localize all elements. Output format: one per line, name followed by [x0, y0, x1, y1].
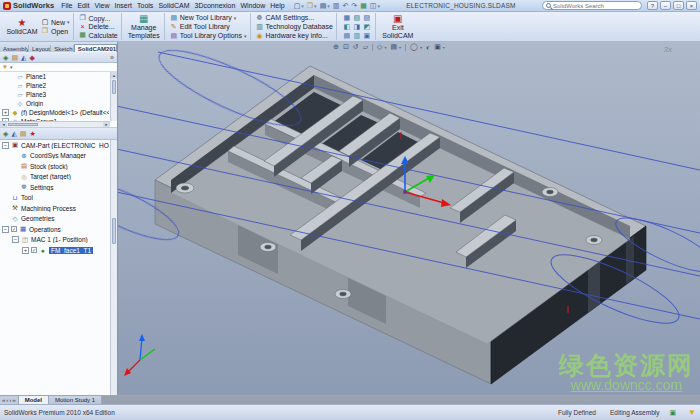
tab-motion-study[interactable]: Motion Study 1	[49, 396, 102, 404]
calculate-button[interactable]: ▦Calculate	[79, 31, 118, 39]
tree-item-target[interactable]: ◎ Target (target)	[0, 172, 109, 183]
filter-icon[interactable]: ▼	[2, 64, 8, 70]
new-tool-library-button[interactable]: ▤New Tool Library▾	[170, 14, 247, 22]
tree-item-tool[interactable]: ⊔ Tool	[0, 193, 109, 204]
minimize-button[interactable]: −	[660, 1, 671, 10]
expand-icon[interactable]: +	[2, 109, 9, 116]
feature-tree-vertical-scrollbar[interactable]: ▲	[110, 72, 117, 121]
propertymanager-icon[interactable]: ▤	[11, 53, 18, 62]
status-expand-arrow-icon[interactable]: ▼	[688, 408, 696, 417]
rebuild-icon[interactable]: ▦	[360, 2, 367, 10]
tab-assembly[interactable]: Assembly	[0, 45, 29, 52]
tool-library-options-button[interactable]: ▤Tool Library Options▾	[170, 32, 247, 40]
collapse-icon[interactable]: −	[2, 226, 9, 233]
delete-button[interactable]: ×Delete...	[79, 23, 118, 30]
first-tab-icon[interactable]: «	[2, 396, 5, 404]
cam-grid-icon-5[interactable]: ◨	[352, 22, 362, 31]
save-icon[interactable]: ▤▾	[320, 2, 330, 10]
cam-grid-icon-6[interactable]: ◩	[362, 22, 372, 31]
expand-icon[interactable]: +	[22, 247, 29, 254]
3d-model-electronic-housing[interactable]	[118, 42, 700, 395]
cam-grid-icon-1[interactable]: ▦	[342, 13, 352, 22]
menu-window[interactable]: Window	[240, 2, 265, 9]
tree-item-plane2[interactable]: ▱ Plane2	[0, 81, 109, 90]
menu-help[interactable]: Help	[270, 2, 284, 9]
panel-chevron-icon[interactable]: »	[110, 53, 114, 62]
solidcam-config-icon[interactable]: ▤	[20, 129, 27, 138]
collapse-icon[interactable]: −	[12, 236, 19, 243]
dimxpertmanager-icon[interactable]: ◆	[29, 53, 34, 62]
undo-icon[interactable]: ↶	[342, 2, 348, 10]
solidcam-manager-icon[interactable]: ◈	[3, 129, 8, 138]
options-icon[interactable]: ◫▾	[370, 2, 380, 10]
new-document-icon[interactable]: ▢▾	[294, 2, 304, 10]
menu-file[interactable]: File	[61, 2, 72, 9]
tree-item-settings[interactable]: ☸ Settings	[0, 182, 109, 193]
tree-item-cam-part[interactable]: − ▣ CAM-Part (ELECTRONIC_HOUSING)	[0, 140, 109, 151]
cam-grid-icon-9[interactable]: ▣	[362, 31, 372, 40]
solidworks-window: SolidWorks File Edit View Insert Tools S…	[0, 0, 700, 420]
solidcam-views-icon[interactable]: ◭	[11, 129, 16, 138]
tree-item-designmodel[interactable]: + ◆ (f) DesignModel<1> (Default<<Default…	[0, 108, 109, 117]
cam-settings-icon: ☸	[256, 14, 264, 22]
tree-item-geometries[interactable]: ◇ Geometries	[0, 214, 109, 225]
copy-button[interactable]: ❐Copy...	[79, 14, 118, 22]
tree-item-operation-selected[interactable]: + ✓ ● FM_face1_T1	[0, 245, 109, 256]
featuremanager-tree-icon[interactable]: ◈	[3, 53, 8, 62]
cam-tree-vertical-scrollbar[interactable]	[110, 140, 117, 395]
last-tab-icon[interactable]: »	[12, 396, 15, 404]
tree-item-machining-process[interactable]: ⚒ Machining Process	[0, 203, 109, 214]
manage-templates-button[interactable]: ▦ Manage Templates	[127, 14, 161, 39]
open-icon[interactable]: ❐▾	[307, 2, 317, 10]
cam-grid-icon-2[interactable]: ▧	[352, 13, 362, 22]
tree-item-stock[interactable]: ▤ Stock (stock)	[0, 161, 109, 172]
redo-icon[interactable]: ↷	[351, 2, 357, 10]
solidcam-button[interactable]: ★ SolidCAM	[5, 18, 39, 35]
feature-tree-horizontal-scrollbar[interactable]: ◄►	[0, 121, 110, 127]
cam-grid-icon-8[interactable]: ▥	[352, 31, 362, 40]
help-button[interactable]: ?	[647, 1, 658, 10]
checkbox-checked[interactable]: ✓	[11, 226, 17, 232]
tab-solidcam2010[interactable]: SolidCAM2010	[74, 44, 117, 52]
cam-grid-icon-4[interactable]: ◧	[342, 22, 352, 31]
checkbox-checked[interactable]: ✓	[31, 247, 37, 253]
search-input[interactable]	[553, 3, 638, 9]
collapse-icon[interactable]: −	[2, 142, 9, 149]
solidcam-tab-icon[interactable]: ★	[29, 129, 35, 138]
menu-edit[interactable]: Edit	[77, 2, 89, 9]
tab-layout[interactable]: Layout	[29, 45, 51, 52]
graphics-viewport[interactable]: ⊕ ⊡ ↺ ▱ ◇▾ ▤▾ ◯▾ ◐ ▣▾ 3x	[118, 42, 700, 395]
close-button[interactable]: ×	[686, 1, 697, 10]
hardware-key-info-button[interactable]: ◉Hardware key info...	[256, 32, 333, 40]
menu-solidcam[interactable]: SolidCAM	[158, 2, 189, 9]
tree-item-plane3[interactable]: ▱ Plane3	[0, 90, 109, 99]
edit-tool-library-button[interactable]: ✎Edit Tool Library	[170, 23, 247, 31]
tab-sketch[interactable]: Sketch	[51, 45, 74, 52]
menu-tools[interactable]: Tools	[137, 2, 153, 9]
next-tab-icon[interactable]: ›	[9, 396, 11, 404]
tree-item-plane1[interactable]: ▱ Plane1	[0, 72, 109, 81]
filter-caret-icon[interactable]: ▾	[10, 64, 13, 70]
tree-item-origin[interactable]: ⊹ Origin	[0, 99, 109, 108]
tree-item-coordsys-manager[interactable]: ⊕ CoordSys Manager	[0, 151, 109, 162]
cam-grid-icon-7[interactable]: ▤	[342, 31, 352, 40]
tree-item-operations[interactable]: − ✓ ▦ Operations	[0, 224, 109, 235]
tab-model[interactable]: Model	[19, 396, 49, 404]
solidworks-logo: SolidWorks	[3, 1, 54, 10]
open-button[interactable]: ❐Open	[41, 27, 70, 35]
menu-insert[interactable]: Insert	[115, 2, 133, 9]
print-icon[interactable]: ▥	[333, 2, 340, 10]
technology-database-button[interactable]: ▥Technology Database	[256, 23, 333, 31]
exit-solidcam-button[interactable]: ▣ Exit SolidCAM	[381, 14, 415, 39]
cam-grid-icon-3[interactable]: ▨	[362, 13, 372, 22]
menu-view[interactable]: View	[94, 2, 109, 9]
cam-settings-button[interactable]: ☸CAM Settings...	[256, 14, 333, 22]
tree-item-mac1[interactable]: − ◫ MAC 1 (1- Position)	[0, 235, 109, 246]
menu-3dconnexion[interactable]: 3Dconnexion	[195, 2, 236, 9]
status-sheet-icon[interactable]: ▣	[669, 409, 676, 417]
restore-button[interactable]: □	[673, 1, 684, 10]
configurationmanager-icon[interactable]: ◭	[21, 53, 26, 62]
new-button[interactable]: ▢New▾	[41, 18, 70, 26]
prev-tab-icon[interactable]: ‹	[6, 396, 8, 404]
search-box[interactable]	[542, 1, 642, 10]
